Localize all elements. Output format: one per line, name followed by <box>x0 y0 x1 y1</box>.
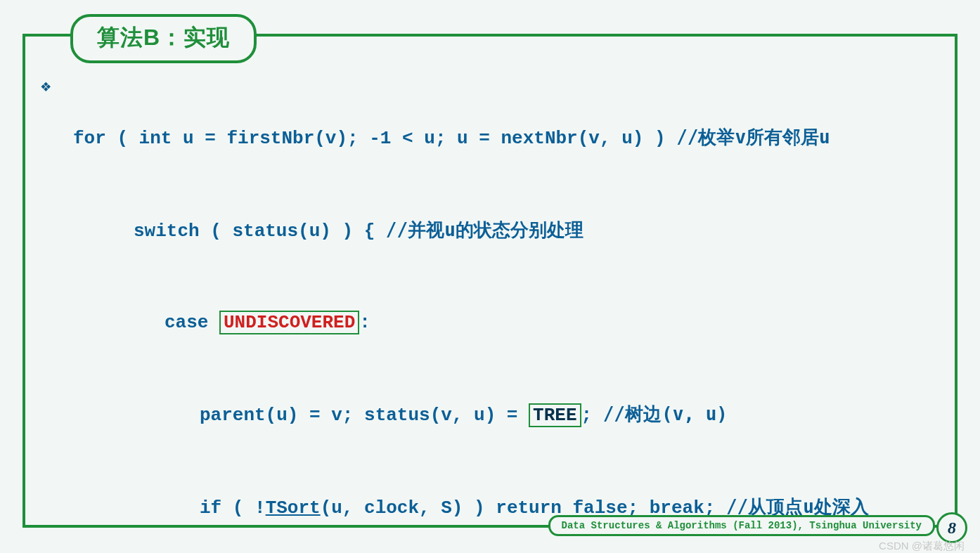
code-text: for ( int u = firstNbr(v); -1 < u; u = n… <box>73 128 676 149</box>
code-text: case <box>165 312 219 333</box>
footer-pill: Data Structures & Algorithms (Fall 2013)… <box>548 515 935 536</box>
code-text: parent(u) = v; status(v, u) = <box>200 405 529 426</box>
code-line-4: parent(u) = v; status(v, u) = TREE; //树边… <box>200 391 875 438</box>
code-func-tsort: TSort <box>266 497 321 519</box>
edge-box-tree: TREE <box>529 403 581 427</box>
code-text: switch ( status(u) ) { <box>134 221 386 242</box>
code-block: for ( int u = firstNbr(v); -1 < u; u = n… <box>73 69 875 553</box>
watermark: CSDN @诸葛悠闲 <box>879 540 965 553</box>
code-line-2: switch ( status(u) ) { //并视u的状态分别处理 <box>134 207 875 254</box>
code-text: : <box>359 312 370 333</box>
code-line-3: case UNDISCOVERED: <box>165 300 875 346</box>
code-comment: //枚举v所有邻居u <box>676 126 830 148</box>
code-comment: //树边(v, u) <box>603 403 728 424</box>
code-line-1: for ( int u = firstNbr(v); -1 < u; u = n… <box>73 115 875 162</box>
page-number: 8 <box>948 519 956 538</box>
status-box-undiscovered: UNDISCOVERED <box>219 311 359 334</box>
code-text: ; <box>581 405 603 426</box>
code-comment: //从顶点u处深入 <box>726 496 869 517</box>
code-text: if ( ! <box>200 497 266 519</box>
content-area: ❖ for ( int u = firstNbr(v); -1 < u; u =… <box>41 69 952 518</box>
code-comment: //并视u的状态分别处理 <box>386 219 584 240</box>
slide-title: 算法B：实现 <box>97 25 230 50</box>
page-number-circle: 8 <box>936 512 967 543</box>
slide-title-pill: 算法B：实现 <box>70 14 257 63</box>
bullet-icon: ❖ <box>41 76 51 96</box>
footer-text: Data Structures & Algorithms (Fall 2013)… <box>562 520 922 531</box>
